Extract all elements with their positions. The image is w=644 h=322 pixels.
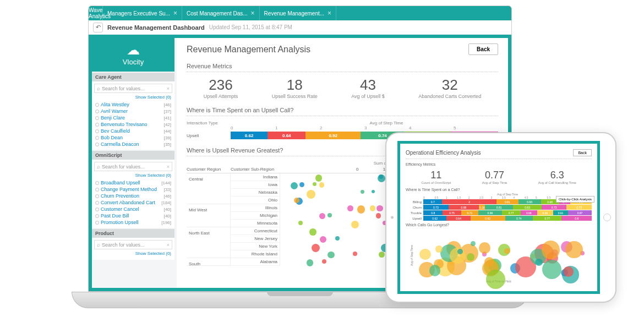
filter-item-count: [33] — [164, 187, 171, 192]
filter-item-name: Past Due Bill — [101, 213, 129, 219]
section-title: Where is Time Spent on an Upsell Call? — [187, 107, 498, 113]
filter-item-name: Broadband Upsell — [101, 180, 140, 185]
tablet-frame: Operational Efficiency Analysis Back Eff… — [385, 132, 616, 303]
clear-icon[interactable]: × — [167, 242, 170, 248]
filter-item[interactable]: Past Due Bill[40] — [94, 212, 172, 219]
filter-item-count: [44] — [164, 129, 171, 134]
section-title: Where is Time Spent on a Call? — [406, 188, 592, 192]
tab-home[interactable]: ◐ Wave Analytics — [89, 6, 103, 20]
search-input[interactable]: ⌕ Search for values... × — [94, 240, 172, 249]
section-title: Efficiency Metrics — [406, 162, 592, 166]
tab-item[interactable]: Revenue Management... × — [260, 6, 337, 20]
filter-item-name: Avril Warner — [101, 108, 128, 114]
filter-item[interactable]: Change Payment Method[33] — [94, 186, 172, 193]
filter-item[interactable]: Promotion Upsell[196] — [94, 219, 172, 226]
show-selected-link[interactable]: Show Selected (0) — [94, 249, 172, 258]
radio-icon — [95, 221, 99, 225]
laptop-notch — [267, 292, 333, 296]
filter-item-count: [40] — [164, 207, 171, 212]
filter-title: Product — [92, 229, 174, 238]
tab-label: Cost Management Das... — [187, 10, 248, 17]
filter-item[interactable]: Bob Dean[39] — [94, 134, 172, 141]
metric: 0.77Avg of Step Time — [482, 170, 507, 184]
search-input[interactable]: ⌕ Search for values... × — [94, 162, 172, 171]
filter-item[interactable]: Convert Abandoned Cart[184] — [94, 199, 172, 206]
filter-item[interactable]: Avril Warner[37] — [94, 108, 172, 114]
radio-icon — [95, 103, 99, 107]
search-placeholder: Search for values... — [102, 164, 145, 170]
radio-icon — [95, 188, 99, 192]
filter-item-count: [37] — [164, 109, 171, 114]
filter-item-count: [41] — [164, 116, 171, 121]
radio-icon — [95, 123, 99, 127]
metric-success-rate: 18Upsell Success Rate — [272, 77, 318, 99]
search-icon: ⌕ — [97, 163, 100, 170]
filter-item-name: Change Payment Method — [101, 187, 157, 192]
filter-item[interactable]: Benji Clare[41] — [94, 114, 172, 121]
tablet-camera — [391, 216, 394, 219]
filter-item[interactable]: Alita Westley[46] — [94, 101, 172, 108]
close-icon[interactable]: × — [328, 9, 331, 17]
filter-item-count: [40] — [164, 214, 171, 219]
filter-item[interactable]: Bev Caulfield[44] — [94, 128, 172, 134]
filter-item-name: Benvenuto Trevisano — [101, 122, 148, 127]
filter-item[interactable]: Benvenuto Trevisano[42] — [94, 121, 172, 128]
filter-item-name: Benji Clare — [101, 115, 125, 121]
radio-icon — [95, 143, 99, 146]
filter-item-count: [184] — [161, 200, 171, 205]
filter-item-count: [144] — [161, 181, 171, 185]
tab-bar: ◐ Wave Analytics Managers Executive Su..… — [89, 6, 511, 20]
metric: 11Count of OmniScript — [421, 170, 451, 184]
filter-item-name: Alita Westley — [101, 102, 129, 107]
radio-icon — [95, 208, 99, 211]
metric-upsell-attempts: 236Upsell Attempts — [204, 77, 238, 99]
dashboard-header: ↶ Revenue Management Dashboard Updated S… — [89, 20, 511, 35]
filter-item-name: Churn Prevention — [101, 193, 139, 199]
tab-item[interactable]: Managers Executive Su... × — [103, 6, 182, 20]
filter-item-name: Promotion Upsell — [101, 220, 139, 225]
filter-omniscript: OmniScript ⌕ Search for values... × Show… — [92, 151, 174, 228]
filter-item-name: Convert Abandoned Cart — [101, 200, 155, 205]
close-icon[interactable]: × — [173, 9, 177, 17]
search-placeholder: Search for values... — [102, 86, 145, 91]
filter-item-count: [46] — [164, 102, 171, 107]
search-icon: ⌕ — [97, 85, 100, 91]
click-analysis-button[interactable]: Click-by-Click Analysis — [556, 196, 594, 203]
page-title: Revenue Management Dashboard — [107, 24, 205, 31]
filter-item-name: Bev Caulfield — [101, 128, 130, 134]
radio-icon — [95, 214, 99, 218]
cloud-icon: ☁ — [92, 42, 174, 58]
clear-icon[interactable]: × — [167, 86, 170, 91]
metric-abandoned: 32Abandoned Carts Converted — [418, 77, 481, 99]
close-icon[interactable]: × — [251, 9, 255, 17]
logo-box: ☁ Vlocity — [92, 38, 174, 72]
metrics-row: 236Upsell Attempts 18Upsell Success Rate… — [187, 77, 498, 99]
tablet-title: Operational Efficiency Analysis — [406, 150, 481, 156]
show-selected-link[interactable]: Show Selected (0) — [94, 93, 172, 101]
content-title: Revenue Management Analysis — [187, 45, 310, 54]
section-title: Revenue Metrics — [187, 63, 498, 69]
filter-title: OmniScript — [92, 151, 174, 160]
show-selected-link[interactable]: Show Selected (0) — [94, 171, 172, 179]
filter-item[interactable]: Churn Prevention[46] — [94, 193, 172, 199]
tab-item[interactable]: Cost Management Das... × — [182, 6, 260, 20]
updated-label: Updated Sep 11, 2015 at 8:47 PM — [209, 24, 292, 30]
filter-item[interactable]: Customer Cancel[40] — [94, 206, 172, 212]
radio-icon — [95, 129, 99, 133]
search-icon: ⌕ — [97, 242, 100, 248]
back-arrow-button[interactable]: ↶ — [93, 23, 103, 32]
metric-avg-upsell: 43Avg of Upsell $ — [351, 77, 384, 99]
tablet-home-button — [603, 214, 611, 221]
filter-item[interactable]: Carmella Deacon[35] — [94, 141, 172, 148]
filter-item[interactable]: Broadband Upsell[144] — [94, 179, 172, 186]
radio-icon — [95, 110, 99, 113]
filter-item-count: [35] — [164, 142, 171, 147]
radio-icon — [95, 136, 99, 140]
back-button[interactable]: Back — [573, 149, 592, 156]
search-input[interactable]: ⌕ Search for values... × — [94, 84, 172, 93]
bubble-chart[interactable]: Avg of Step Time — [406, 229, 592, 279]
back-button[interactable]: Back — [468, 43, 498, 55]
radio-icon — [95, 181, 99, 185]
bar-row-label: Upsell — [187, 133, 231, 138]
clear-icon[interactable]: × — [167, 164, 170, 170]
